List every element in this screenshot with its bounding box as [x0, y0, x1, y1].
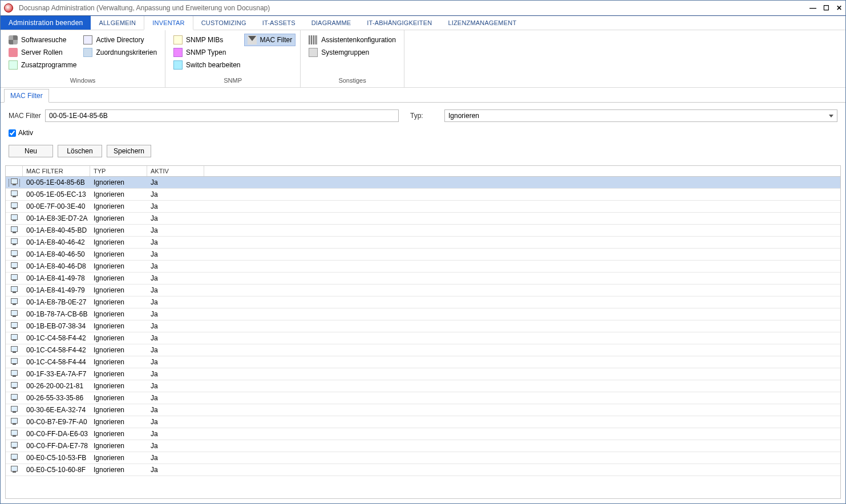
row-icon-cell	[6, 382, 23, 390]
row-mac: 00-E0-C5-10-60-8F	[23, 466, 90, 474]
table-row[interactable]: 00-1A-E8-3E-D7-2AIgnorierenJa	[6, 213, 840, 225]
computer-icon	[10, 454, 19, 462]
neu-button[interactable]: Neu	[9, 145, 53, 157]
tab-mac-filter[interactable]: MAC Filter	[4, 89, 49, 103]
ribbon-item-zuordnungskriterien[interactable]: Zuordnungskriterien	[80, 46, 160, 59]
menu-it-assets[interactable]: IT-ASSETS	[254, 16, 303, 30]
row-aktiv: Ja	[147, 322, 204, 330]
table-row[interactable]: 00-1A-E8-41-49-78IgnorierenJa	[6, 273, 840, 284]
row-icon-cell	[6, 262, 23, 270]
row-mac: 00-1A-E8-40-45-BD	[23, 226, 90, 234]
row-mac: 00-1A-E8-3E-D7-2A	[23, 214, 90, 222]
row-mac: 00-05-1E-05-EC-13	[23, 190, 90, 198]
grid-body[interactable]: 00-05-1E-04-85-6BIgnorierenJa00-05-1E-05…	[6, 177, 840, 498]
table-row[interactable]: 00-1C-C4-58-F4-44IgnorierenJa	[6, 356, 840, 368]
row-icon-cell	[6, 298, 23, 306]
table-row[interactable]: 00-1A-E8-40-46-42IgnorierenJa	[6, 237, 840, 249]
table-row[interactable]: 00-E0-C5-10-53-FBIgnorierenJa	[6, 452, 840, 464]
table-row[interactable]: 00-0E-7F-00-3E-40IgnorierenJa	[6, 201, 840, 213]
table-row[interactable]: 00-E0-C5-10-60-8FIgnorierenJa	[6, 464, 840, 476]
minimize-icon[interactable]: —	[809, 4, 816, 12]
table-row[interactable]: 00-1B-EB-07-38-34IgnorierenJa	[6, 320, 840, 332]
row-icon-cell	[6, 370, 23, 378]
ribbon-item-snmp-typen[interactable]: SNMP Typen	[170, 46, 244, 59]
ribbon-item-label: Switch bearbeiten	[186, 61, 240, 69]
ribbon-item-server-rollen[interactable]: Server Rollen	[5, 46, 80, 59]
table-row[interactable]: 00-05-1E-05-EC-13IgnorierenJa	[6, 189, 840, 201]
close-icon[interactable]: ✕	[836, 4, 842, 12]
grid-wrap: MAC Filter Typ Aktiv 00-05-1E-04-85-6BIg…	[1, 165, 845, 503]
ribbon-item-zusatzprogramme[interactable]: Zusatzprogramme	[5, 59, 80, 71]
mac-filter-input[interactable]	[45, 109, 399, 122]
menu-diagramme[interactable]: DIAGRAMME	[303, 16, 359, 30]
ribbon-item-label: SNMP MIBs	[186, 36, 223, 44]
ribbon-group-sonstiges: AssistentenkonfigurationSystemgruppenSon…	[301, 30, 404, 87]
aktiv-checkbox[interactable]	[9, 129, 16, 137]
table-row[interactable]: 00-1A-E8-40-46-50IgnorierenJa	[6, 249, 840, 261]
window-title: Docusnap Administration (Verwaltung, Anp…	[19, 4, 809, 12]
row-typ: Ignorieren	[90, 466, 147, 474]
roles-icon	[9, 48, 18, 57]
row-aktiv: Ja	[147, 394, 204, 402]
ribbon-item-assistentenkonfiguration[interactable]: Assistentenkonfiguration	[305, 34, 399, 46]
table-row[interactable]: 00-1A-E8-7B-0E-27IgnorierenJa	[6, 296, 840, 308]
ribbon-item-switch-bearbeiten[interactable]: Switch bearbeiten	[170, 59, 244, 71]
wiz-icon	[309, 35, 318, 44]
ribbon-item-snmp-mibs[interactable]: SNMP MIBs	[170, 34, 244, 46]
table-row[interactable]: 00-05-1E-04-85-6BIgnorierenJa	[6, 177, 840, 189]
row-icon-cell	[6, 250, 23, 258]
row-icon-cell	[6, 310, 23, 318]
ribbon: SoftwaresucheServer RollenZusatzprogramm…	[1, 30, 845, 88]
row-aktiv: Ja	[147, 250, 204, 258]
computer-icon	[10, 226, 19, 234]
computer-icon	[10, 274, 19, 282]
header-aktiv[interactable]: Aktiv	[147, 166, 204, 176]
typ-label: Typ:	[410, 112, 444, 120]
typ-select[interactable]: Ignorieren	[444, 109, 837, 122]
table-row[interactable]: 00-1A-E8-40-46-D8IgnorierenJa	[6, 261, 840, 273]
menu-customizing[interactable]: CUSTOMIZING	[193, 16, 254, 30]
speichern-button[interactable]: Speichern	[107, 145, 151, 157]
row-mac: 00-1C-C4-58-F4-42	[23, 346, 90, 354]
row-mac: 00-C0-FF-DA-E6-03	[23, 430, 90, 438]
table-row[interactable]: 00-1C-C4-58-F4-42IgnorierenJa	[6, 344, 840, 356]
table-row[interactable]: 00-1F-33-EA-7A-F7IgnorierenJa	[6, 368, 840, 380]
maximize-icon[interactable]: ☐	[823, 4, 829, 12]
header-mac[interactable]: MAC Filter	[23, 166, 90, 176]
table-row[interactable]: 00-C0-B7-E9-7F-A0IgnorierenJa	[6, 416, 840, 428]
row-aktiv: Ja	[147, 406, 204, 414]
table-row[interactable]: 00-1B-78-7A-CB-6BIgnorierenJa	[6, 308, 840, 320]
table-row[interactable]: 00-1A-E8-41-49-79IgnorierenJa	[6, 284, 840, 296]
table-row[interactable]: 00-26-55-33-35-86IgnorierenJa	[6, 392, 840, 404]
menu-allgemein[interactable]: ALLGEMEIN	[91, 16, 144, 30]
row-icon-cell	[6, 274, 23, 282]
table-row[interactable]: 00-C0-FF-DA-E6-03IgnorierenJa	[6, 428, 840, 440]
row-icon-cell	[6, 286, 23, 294]
row-typ: Ignorieren	[90, 286, 147, 294]
loeschen-button[interactable]: Löschen	[58, 145, 102, 157]
table-row[interactable]: 00-1A-E8-40-45-BDIgnorierenJa	[6, 225, 840, 237]
table-row[interactable]: 00-26-20-00-21-81IgnorierenJa	[6, 380, 840, 392]
table-row[interactable]: 00-C0-FF-DA-E7-78IgnorierenJa	[6, 440, 840, 452]
row-typ: Ignorieren	[90, 406, 147, 414]
menu-it-abhängigkeiten[interactable]: IT-ABHÄNGIGKEITEN	[359, 16, 440, 30]
row-aktiv: Ja	[147, 298, 204, 306]
row-icon-cell	[6, 226, 23, 234]
computer-icon	[10, 250, 19, 258]
row-aktiv: Ja	[147, 430, 204, 438]
table-row[interactable]: 00-1C-C4-58-F4-42IgnorierenJa	[6, 332, 840, 344]
row-typ: Ignorieren	[90, 310, 147, 318]
table-row[interactable]: 00-30-6E-EA-32-74IgnorierenJa	[6, 404, 840, 416]
ribbon-item-systemgruppen[interactable]: Systemgruppen	[305, 46, 399, 59]
header-icon-col[interactable]	[6, 166, 23, 176]
ribbon-item-softwaresuche[interactable]: Softwaresuche	[5, 34, 80, 46]
admin-end-button[interactable]: Administration beenden	[1, 16, 91, 30]
row-aktiv: Ja	[147, 178, 204, 186]
header-typ[interactable]: Typ	[90, 166, 147, 176]
menu-lizenzmanagement[interactable]: LIZENZMANAGEMENT	[440, 16, 524, 30]
row-mac: 00-1A-E8-7B-0E-27	[23, 298, 90, 306]
ribbon-item-mac-filter[interactable]: MAC Filter	[244, 34, 296, 46]
menu-inventar[interactable]: INVENTAR	[144, 16, 193, 30]
ribbon-item-active-directory[interactable]: Active Directory	[80, 34, 160, 46]
computer-icon	[10, 238, 19, 246]
